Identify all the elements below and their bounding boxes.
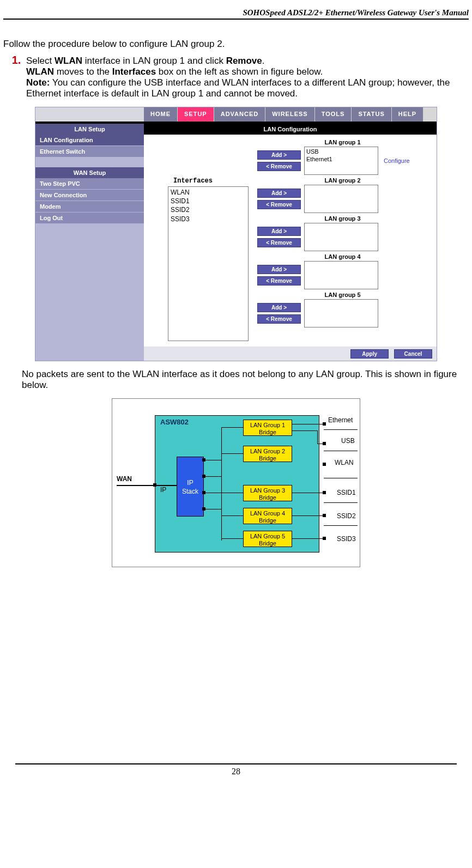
nav-help[interactable]: HELP <box>392 107 423 122</box>
step-list: Select WLAN interface in LAN group 1 and… <box>3 54 469 99</box>
bridge-4: LAN Group 4Bridge <box>243 508 292 524</box>
side-two-step[interactable]: Two Step PVC <box>35 178 144 190</box>
g2-label: LAN group 2 <box>257 177 428 184</box>
s1-t2: interface in LAN group 1 and click <box>82 56 226 66</box>
g5-box[interactable] <box>304 299 378 327</box>
s1-l2c: Interfaces <box>112 66 156 77</box>
ip2: Stack <box>182 488 198 495</box>
s1-l2a: WLAN <box>26 66 54 77</box>
if-ssid2[interactable]: SSID2 <box>171 205 246 214</box>
side-eth-switch[interactable]: Ethernet Switch <box>35 146 144 157</box>
side-logout[interactable]: Log Out <box>35 213 144 224</box>
g4-label: LAN group 4 <box>257 253 428 260</box>
g1-configure[interactable]: Configure <box>384 157 410 164</box>
nav-rest <box>423 107 437 122</box>
g2-add[interactable]: Add > <box>257 189 301 198</box>
eth-label: Ethernet <box>328 416 353 424</box>
ip-stack: IP Stack <box>177 457 204 517</box>
g3-remove[interactable]: < Remove <box>257 238 301 247</box>
s1-remove: Remove <box>226 56 262 66</box>
nav-setup[interactable]: SETUP <box>178 107 214 122</box>
nav-status[interactable]: STATUS <box>352 107 391 122</box>
interfaces-list[interactable]: WLAN SSID1 SSID2 SSID3 <box>168 186 249 341</box>
bridge-1: LAN Group 1Bridge <box>243 420 292 436</box>
ip-label: IP <box>160 486 166 494</box>
nav-advanced[interactable]: ADVANCED <box>214 107 266 122</box>
sidebar: LAN Setup LAN Configuration Ethernet Swi… <box>35 124 144 361</box>
bridge-5: LAN Group 5Bridge <box>243 531 292 547</box>
side-new-conn[interactable]: New Connection <box>35 190 144 201</box>
intro-text: Follow the procedure below to configure … <box>3 39 469 50</box>
footer-buttons: Apply Cancel <box>144 347 437 361</box>
main-panel: LAN Configuration Interfaces WLAN SSID1 … <box>144 124 437 361</box>
g4-add[interactable]: Add > <box>257 265 301 274</box>
s1-wlan: WLAN <box>55 56 82 66</box>
asw-label: ASW802 <box>160 418 189 426</box>
step-1: Select WLAN interface in LAN group 1 and… <box>24 54 469 99</box>
s1-l2d: box on the left as shown in figure below… <box>156 66 323 77</box>
note-txt: You can configure the USB interface and … <box>26 77 450 99</box>
g1-label: LAN group 1 <box>257 139 428 145</box>
interfaces-label: Interfaces <box>173 177 249 185</box>
bridge-3: LAN Group 3Bridge <box>243 485 292 501</box>
g4-box[interactable] <box>304 261 378 289</box>
usb-label: USB <box>341 437 355 445</box>
g1-remove[interactable]: < Remove <box>257 162 301 171</box>
s1-l2b: moves to the <box>54 66 112 77</box>
g2-remove[interactable]: < Remove <box>257 200 301 209</box>
g3-label: LAN group 3 <box>257 215 428 222</box>
g1-usb[interactable]: USB <box>306 148 376 155</box>
g3-box[interactable] <box>304 223 378 251</box>
nav-wireless[interactable]: WIRELESS <box>265 107 314 122</box>
g5-remove[interactable]: < Remove <box>257 314 301 324</box>
bridge-2: LAN Group 2Bridge <box>243 446 292 462</box>
apply-button[interactable]: Apply <box>350 349 389 359</box>
cancel-button[interactable]: Cancel <box>394 349 432 359</box>
paragraph-2: No packets are sent to the WLAN interfac… <box>22 369 469 391</box>
figure-bridge-diagram: ASW802 IP Stack LAN Group 1Bridge LAN Gr… <box>112 398 360 567</box>
ssid1-label: SSID1 <box>337 489 356 496</box>
side-wan-setup: WAN Setup <box>35 167 144 178</box>
side-lan-config[interactable]: LAN Configuration <box>35 135 144 146</box>
panel-title: LAN Configuration <box>144 124 437 135</box>
g1-box[interactable]: USB Ethernet1 <box>304 147 378 175</box>
g1-add[interactable]: Add > <box>257 150 301 160</box>
g4-remove[interactable]: < Remove <box>257 276 301 286</box>
page-number: 28 <box>15 763 457 776</box>
s1-t3: . <box>262 56 265 66</box>
g5-add[interactable]: Add > <box>257 303 301 312</box>
figure-lan-config: HOME SETUP ADVANCED WIRELESS TOOLS STATU… <box>35 107 437 361</box>
nav-tools[interactable]: TOOLS <box>315 107 352 122</box>
if-wlan[interactable]: WLAN <box>171 188 246 197</box>
wlan-label: WLAN <box>335 459 354 466</box>
if-ssid1[interactable]: SSID1 <box>171 197 246 205</box>
wan-label: WAN <box>117 475 132 483</box>
ssid2-label: SSID2 <box>337 512 356 520</box>
ssid3-label: SSID3 <box>337 535 356 543</box>
note-lbl: Note: <box>26 77 50 88</box>
side-modem[interactable]: Modem <box>35 201 144 213</box>
g3-add[interactable]: Add > <box>257 227 301 236</box>
ip1: IP <box>187 479 193 487</box>
g2-box[interactable] <box>304 185 378 213</box>
nav-spacer <box>35 107 144 122</box>
g1-eth[interactable]: Ethernet1 <box>306 155 376 163</box>
g5-label: LAN group 5 <box>257 292 428 298</box>
s1-t1: Select <box>26 56 55 66</box>
nav-home[interactable]: HOME <box>144 107 178 122</box>
side-lan-setup: LAN Setup <box>35 124 144 135</box>
if-ssid3[interactable]: SSID3 <box>171 215 246 223</box>
nav-bar: HOME SETUP ADVANCED WIRELESS TOOLS STATU… <box>35 107 437 122</box>
doc-header: SOHOSpeed ADSL2/2+ Ethernet/Wireless Gat… <box>3 8 469 20</box>
